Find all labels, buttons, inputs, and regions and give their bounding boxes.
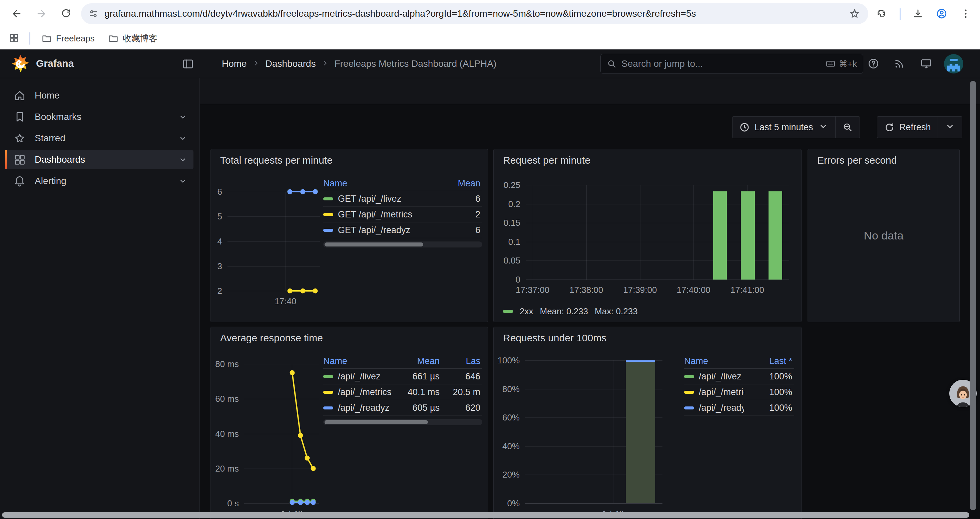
- sidebar-item-label: Bookmarks: [35, 112, 81, 122]
- site-settings-icon[interactable]: [88, 9, 99, 19]
- active-indicator: [5, 129, 7, 148]
- zoom-out-time-button[interactable]: [835, 117, 859, 138]
- time-controls-row: Last 5 minutes Refresh: [200, 104, 980, 141]
- legend-table-header: NameLast *: [684, 354, 794, 369]
- news-button[interactable]: [893, 57, 905, 71]
- series-swatch: [323, 197, 333, 200]
- bookmark-folder-blogs[interactable]: 收藏博客: [102, 30, 164, 47]
- dashboard-actions-row: [200, 78, 980, 104]
- chevron-down-icon[interactable]: [178, 112, 188, 121]
- kiosk-mode-button[interactable]: [920, 57, 932, 71]
- column-header[interactable]: Las: [442, 356, 482, 366]
- table-row: GET /api/_/readyz6: [323, 222, 482, 238]
- browser-toolbar: grafana.mathmast.com/d/deytv4rwavabkb/fr…: [0, 0, 980, 27]
- series-name[interactable]: /api/_/readyz: [323, 403, 398, 413]
- forward-icon: [36, 8, 47, 19]
- user-avatar[interactable]: [944, 54, 963, 73]
- chevron-down-icon[interactable]: [178, 176, 188, 186]
- table-scrollbar[interactable]: [323, 241, 482, 248]
- series-name[interactable]: /api/_/readyz: [684, 403, 744, 413]
- y-axis-tick: 80 ms: [212, 359, 239, 369]
- folder-icon: [41, 33, 52, 44]
- back-button[interactable]: [9, 6, 25, 22]
- avatar-pixel-art: [947, 64, 960, 72]
- sidebar-nav: HomeBookmarksStarredDashboardsAlerting: [0, 78, 200, 519]
- series-name[interactable]: GET /api/_/metrics: [323, 209, 436, 220]
- table-scrollbar[interactable]: [323, 419, 482, 425]
- help-button[interactable]: [867, 57, 880, 71]
- apps-button[interactable]: [9, 33, 19, 45]
- y-axis-tick: 40%: [496, 441, 520, 451]
- app-title: Grafana: [36, 58, 74, 69]
- dock-sidebar-toggle[interactable]: [182, 58, 194, 72]
- page-horizontal-scrollbar[interactable]: [2, 512, 969, 517]
- search-shortcut: ⌘+k: [826, 59, 857, 69]
- panel-request-per-minute: Request per minute 0.250.20.150.10.05017…: [493, 149, 802, 322]
- home-icon: [13, 89, 26, 102]
- series-name[interactable]: /api/_/metrics: [323, 387, 398, 398]
- panel-title[interactable]: Total requests per minute: [220, 155, 332, 166]
- chevron-down-icon[interactable]: [178, 134, 188, 143]
- sidebar-item-starred[interactable]: Starred: [5, 129, 194, 148]
- search-placeholder: Search or jump to...: [621, 58, 826, 69]
- forward-button[interactable]: [33, 6, 49, 22]
- search-input[interactable]: Search or jump to... ⌘+k: [600, 54, 863, 74]
- y-axis-tick: 0.2: [496, 199, 520, 209]
- grafana-logo[interactable]: [11, 54, 30, 73]
- sidebar-item-home[interactable]: Home: [5, 86, 194, 105]
- sidebar-item-alerting[interactable]: Alerting: [5, 171, 194, 191]
- time-range-picker[interactable]: Last 5 minutes: [732, 117, 835, 138]
- panel-title[interactable]: Average response time: [220, 332, 323, 344]
- sidebar-item-bookmarks[interactable]: Bookmarks: [5, 107, 194, 126]
- chart-legend[interactable]: 2xx Mean: 0.233 Max: 0.233: [503, 306, 638, 316]
- table-row: /api/_/metrics100%: [684, 385, 794, 400]
- back-icon: [11, 8, 22, 19]
- legend-table-header: NameMean: [323, 176, 482, 191]
- series-name[interactable]: /api/_/livez: [684, 371, 744, 382]
- reload-icon: [60, 8, 72, 19]
- bell-icon: [13, 175, 26, 187]
- bookmark-folder-freeleaps[interactable]: Freeleaps: [35, 30, 101, 47]
- panel-title[interactable]: Requests under 100ms: [503, 332, 606, 344]
- refresh-interval-button[interactable]: [938, 117, 962, 138]
- chevron-down-icon[interactable]: [178, 155, 188, 164]
- profile-button[interactable]: [934, 6, 950, 22]
- bookmark-icon: [13, 110, 26, 123]
- series-name[interactable]: /api/_/livez: [323, 371, 398, 382]
- sidebar-item-dashboards[interactable]: Dashboards: [5, 150, 194, 169]
- series-swatch: [684, 391, 694, 394]
- extensions-button[interactable]: [873, 6, 889, 22]
- column-header[interactable]: Name: [684, 356, 744, 366]
- downloads-button[interactable]: [910, 6, 926, 22]
- series-swatch: [323, 213, 333, 216]
- zoom-out-icon: [842, 122, 853, 133]
- table-row: /api/_/metrics40.1 ms20.5 m: [323, 385, 482, 400]
- breadcrumb-home[interactable]: Home: [222, 58, 247, 69]
- refresh-button[interactable]: Refresh: [877, 117, 938, 138]
- column-header[interactable]: Name: [323, 356, 398, 366]
- reload-button[interactable]: [58, 6, 74, 22]
- panel-title[interactable]: Request per minute: [503, 155, 590, 166]
- breadcrumb-dashboards[interactable]: Dashboards: [266, 58, 316, 69]
- series-name[interactable]: GET /api/_/readyz: [323, 225, 436, 235]
- column-header[interactable]: Last *: [744, 356, 794, 366]
- rss-icon: [893, 57, 905, 70]
- series-swatch: [323, 375, 333, 378]
- active-indicator: [5, 107, 7, 126]
- menu-button[interactable]: [958, 6, 974, 22]
- refresh-label: Refresh: [899, 122, 931, 133]
- grafana-header: Grafana Home Dashboards Freeleaps Metric…: [0, 50, 980, 78]
- chevron-right-icon: [252, 59, 260, 69]
- page-vertical-scrollbar[interactable]: [970, 81, 976, 510]
- address-bar[interactable]: grafana.mathmast.com/d/deytv4rwavabkb/fr…: [81, 3, 868, 24]
- column-header[interactable]: Mean: [398, 356, 442, 366]
- bookmark-star-icon[interactable]: [849, 8, 860, 19]
- column-header[interactable]: Name: [323, 178, 436, 189]
- series-name[interactable]: /api/_/metrics: [684, 387, 744, 398]
- series-swatch: [323, 391, 333, 394]
- series-name[interactable]: GET /api/_/livez: [323, 194, 436, 204]
- column-header[interactable]: Mean: [436, 178, 482, 189]
- sidebar-item-label: Dashboards: [35, 154, 85, 165]
- star-icon: [13, 132, 26, 145]
- series-value: 6: [436, 225, 482, 235]
